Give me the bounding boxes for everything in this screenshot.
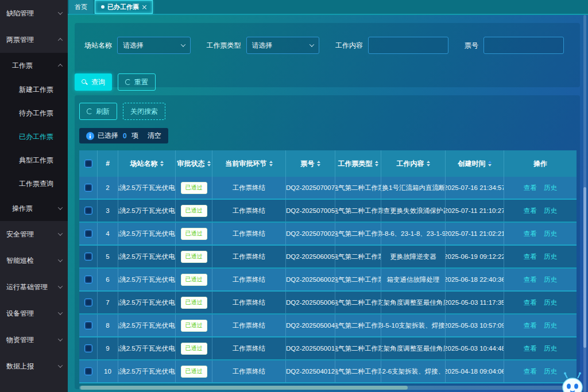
sidebar-item[interactable]: 典型工作票 [0, 149, 68, 172]
column-header-step[interactable]: 当前审批环节 [212, 150, 286, 177]
sort-icon[interactable] [488, 161, 492, 166]
table-row: 3 临洮2.5万千瓦光伏电... 已通过 工作票终结 DQ2-202507005… [79, 200, 577, 223]
history-link[interactable]: 历史 [544, 230, 557, 238]
row-index: 3 [98, 200, 118, 222]
sidebar-item[interactable]: 工作票 [0, 53, 68, 78]
row-checkbox[interactable] [84, 230, 92, 238]
table-row: 8 临洮2.5万千瓦光伏电... 已通过 工作票终结 DQ2-202505004… [79, 315, 577, 337]
history-link[interactable]: 历史 [544, 321, 557, 330]
row-created-time: 2025-06-18 22:40:36 [446, 269, 504, 290]
row-checkbox[interactable] [84, 344, 92, 352]
sidebar-item[interactable]: 设备管理 [0, 300, 68, 327]
view-link[interactable]: 查看 [524, 207, 537, 215]
chevron-icon [58, 284, 63, 288]
sidebar-item[interactable]: 运行基础管理 [0, 274, 68, 300]
sort-icon[interactable] [207, 161, 211, 166]
ticket-no-input[interactable] [483, 37, 564, 54]
vertical-scrollbar-thumb[interactable] [583, 187, 586, 348]
view-link[interactable]: 查看 [524, 230, 537, 238]
row-checkbox[interactable] [84, 298, 92, 306]
chevron-icon [58, 310, 63, 315]
row-approval-step: 工作票终结 [212, 177, 286, 199]
reset-button[interactable]: 重置 [118, 73, 156, 91]
view-link[interactable]: 查看 [524, 275, 537, 284]
history-link[interactable]: 历史 [544, 253, 557, 261]
history-link[interactable]: 历史 [544, 207, 557, 215]
table-row: 10 临洮2.5万千瓦光伏电... 已通过 工作票终结 DQ2-20250401… [79, 360, 577, 383]
work-content-input[interactable] [368, 37, 448, 54]
column-header-station[interactable]: 场站名称 [118, 150, 176, 177]
history-link[interactable]: 历史 [544, 367, 557, 376]
sidebar-item[interactable]: 安全管理 [0, 221, 68, 247]
sidebar-item[interactable]: 缺陷管理 [0, 0, 68, 26]
history-link[interactable]: 历史 [544, 344, 557, 353]
sort-icon[interactable] [375, 161, 378, 166]
row-ticket-type: 电气第二种工作票 [335, 292, 381, 313]
robot-assistant-icon[interactable] [560, 371, 585, 392]
view-link[interactable]: 查看 [524, 253, 537, 261]
close-search-button-label: 关闭搜索 [130, 107, 158, 117]
row-checkbox[interactable] [84, 321, 92, 329]
horizontal-scrollbar-thumb[interactable] [80, 386, 408, 390]
history-link[interactable]: 历史 [544, 184, 557, 192]
sidebar-item[interactable]: 物资管理 [0, 327, 68, 353]
sidebar-item[interactable]: 新建工作票 [0, 78, 68, 102]
sidebar-item[interactable]: 已办工作票 [0, 125, 68, 149]
column-header-content[interactable]: 工作内容 [381, 150, 446, 177]
tab-done-work-tickets-label: 已办工作票 [107, 3, 139, 11]
search-button-label: 查询 [91, 77, 105, 87]
main-content: 场站名称 请选择 工作票类型 请选择 工作内容 票号 查询 [68, 15, 588, 392]
row-checkbox[interactable] [84, 253, 92, 261]
sidebar-item[interactable]: 操作票 [0, 196, 68, 221]
tab-home[interactable]: 首页 [69, 0, 93, 14]
chevron-icon [58, 336, 63, 341]
column-header-created-time[interactable]: 创建时间 [446, 150, 504, 177]
row-ticket-type: 电气第二种工作票 [335, 315, 381, 336]
sort-icon[interactable] [317, 161, 320, 166]
tab-bar: 首页 已办工作票 [68, 0, 588, 15]
horizontal-scrollbar[interactable] [79, 386, 577, 390]
select-all-checkbox[interactable] [84, 160, 92, 168]
refresh-button[interactable]: 刷新 [79, 103, 117, 120]
column-header-type[interactable]: 工作票类型 [335, 150, 381, 177]
view-link[interactable]: 查看 [524, 367, 537, 376]
sidebar-item[interactable]: 两票管理 [0, 26, 68, 53]
row-station-name: 临洮2.5万千瓦光伏电... [118, 223, 176, 244]
row-ticket-no: DQ2-202507002 [286, 223, 335, 244]
row-index: 5 [98, 246, 118, 267]
sidebar-item[interactable]: 智能巡检 [0, 247, 68, 274]
row-approval-step: 工作票终结 [212, 223, 286, 244]
sort-icon[interactable] [269, 161, 273, 166]
close-icon[interactable] [142, 5, 146, 9]
row-station-name: 临洮2.5万千瓦光伏电... [118, 269, 176, 290]
sort-icon[interactable] [427, 161, 430, 166]
reset-button-label: 重置 [134, 77, 148, 87]
column-header-status[interactable]: 审批状态 [176, 150, 212, 177]
sidebar-item[interactable]: 数据上报 [0, 353, 68, 379]
view-link[interactable]: 查看 [524, 184, 537, 192]
ticket-type-select[interactable]: 请选择 [246, 37, 320, 54]
history-link[interactable]: 历史 [544, 298, 557, 307]
column-header-ticket-no[interactable]: 票号 [286, 150, 335, 177]
row-checkbox[interactable] [84, 275, 92, 284]
clear-selection-button[interactable]: 清空 [148, 131, 161, 141]
sort-icon[interactable] [160, 161, 164, 166]
sidebar-item[interactable]: 待办工作票 [0, 102, 68, 125]
sidebar-item[interactable]: 工作票查询 [0, 172, 68, 196]
tab-done-work-tickets[interactable]: 已办工作票 [95, 0, 153, 14]
vertical-scrollbar[interactable] [583, 15, 586, 392]
search-button[interactable]: 查询 [75, 73, 112, 91]
sidebar-item-label: 操作票 [12, 204, 33, 214]
close-search-button[interactable]: 关闭搜索 [123, 103, 165, 120]
view-link[interactable]: 查看 [524, 298, 537, 307]
row-checkbox[interactable] [84, 367, 92, 375]
view-link[interactable]: 查看 [524, 344, 537, 353]
row-checkbox[interactable] [84, 184, 92, 192]
station-name-select[interactable]: 请选择 [117, 37, 191, 54]
row-approval-step: 工作票终结 [212, 246, 286, 267]
history-link[interactable]: 历史 [544, 275, 557, 284]
row-station-name: 临洮2.5万千瓦光伏电... [118, 177, 176, 199]
filter-row: 场站名称 请选择 工作票类型 请选择 工作内容 票号 [75, 23, 580, 54]
row-checkbox[interactable] [84, 207, 92, 215]
view-link[interactable]: 查看 [524, 321, 537, 330]
